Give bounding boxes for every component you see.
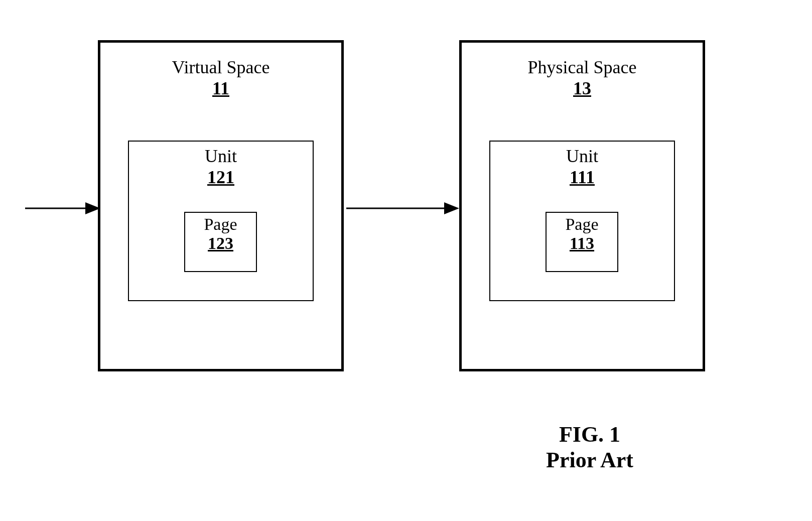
virtual-space-box: Virtual Space 11 Unit 121 Page 123 xyxy=(98,40,344,371)
physical-space-header: Physical Space 13 xyxy=(462,43,703,99)
virtual-space-title: Virtual Space xyxy=(100,57,341,78)
physical-unit-box: Unit 111 Page 113 xyxy=(489,141,675,301)
physical-page-box: Page 113 xyxy=(546,212,618,272)
diagram-container: Virtual Space 11 Unit 121 Page 123 Physi… xyxy=(0,0,812,521)
physical-unit-ref: 111 xyxy=(490,167,674,188)
physical-space-title: Physical Space xyxy=(462,57,703,78)
caption-line1: FIG. 1 xyxy=(502,422,678,447)
virtual-unit-ref: 121 xyxy=(129,167,313,188)
virtual-unit-box: Unit 121 Page 123 xyxy=(128,141,314,301)
virtual-page-ref: 123 xyxy=(185,234,256,253)
virtual-page-title: Page xyxy=(185,215,256,234)
physical-unit-title: Unit xyxy=(490,146,674,167)
virtual-space-ref: 11 xyxy=(100,78,341,99)
svg-marker-3 xyxy=(444,202,459,214)
figure-caption: FIG. 1 Prior Art xyxy=(502,422,678,473)
arrow-input xyxy=(25,198,100,218)
physical-page-title: Page xyxy=(547,215,617,234)
virtual-unit-title: Unit xyxy=(129,146,313,167)
virtual-space-header: Virtual Space 11 xyxy=(100,43,341,99)
physical-space-box: Physical Space 13 Unit 111 Page 113 xyxy=(459,40,705,371)
physical-space-ref: 13 xyxy=(462,78,703,99)
arrow-mapping xyxy=(346,198,462,218)
virtual-page-box: Page 123 xyxy=(184,212,257,272)
caption-line2: Prior Art xyxy=(502,447,678,473)
physical-page-ref: 113 xyxy=(547,234,617,253)
